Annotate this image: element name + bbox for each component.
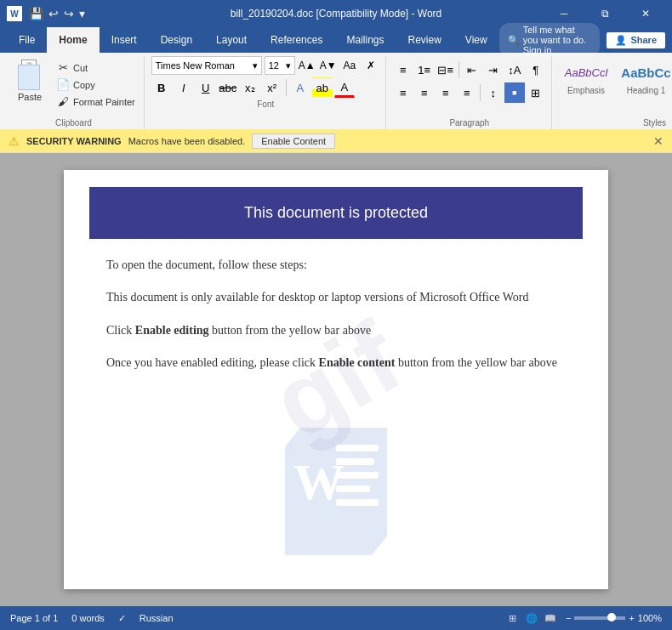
font-family-dropdown-icon: ▾: [253, 60, 258, 71]
paragraph-open-steps-text: To open the document, follow these steps…: [106, 258, 307, 271]
borders-button[interactable]: ⊞: [526, 82, 546, 103]
zoom-in-button[interactable]: +: [629, 613, 634, 623]
superscript-button[interactable]: x²: [262, 77, 282, 98]
search-icon: 🔍: [508, 35, 520, 46]
font-group-label: Font: [257, 98, 274, 111]
style-emphasis[interactable]: AaBbCcl Emphasis: [559, 57, 614, 99]
font-family-selector[interactable]: Times New Roman ▾: [151, 56, 262, 75]
align-center-button[interactable]: ≡: [414, 82, 435, 103]
proofing-icon: ✓: [118, 613, 126, 624]
tab-review[interactable]: Review: [396, 27, 453, 53]
multilevel-list-button[interactable]: ⊟≡: [436, 60, 456, 80]
styles-group-content: AaBbCcl Emphasis AaBbCc Heading 1 AaBbCc…: [559, 56, 672, 116]
numbered-list-button[interactable]: 1≡: [414, 60, 435, 80]
decrease-indent-button[interactable]: ⇤: [462, 60, 482, 80]
undo-qat-button[interactable]: ↩: [48, 7, 59, 20]
paste-label: Paste: [18, 92, 42, 102]
word-logo-line-5: [336, 499, 379, 506]
paste-icon: 📋: [16, 60, 43, 90]
clear-formatting-button[interactable]: ✗: [362, 56, 380, 75]
bold-button[interactable]: B: [151, 77, 172, 98]
decrease-font-button[interactable]: A▼: [319, 56, 338, 75]
tab-file[interactable]: File: [7, 27, 47, 53]
ribbon-right-area: 🔍 Tell me what you want to do. Sign in 👤…: [499, 23, 665, 57]
format-painter-button[interactable]: 🖌 Format Painter: [53, 94, 139, 110]
strikethrough-button[interactable]: abc: [218, 77, 238, 98]
align-left-button[interactable]: ≡: [393, 82, 413, 103]
justify-button[interactable]: ≡: [457, 82, 477, 103]
document-body: To open the document, follow these steps…: [64, 256, 608, 412]
highlight-color-button[interactable]: ab: [312, 77, 333, 98]
paste-inner-icon: [18, 65, 40, 90]
status-bar: Page 1 of 1 0 words ✓ Russian ⊞ 🌐 📖 − + …: [0, 606, 672, 630]
share-button[interactable]: 👤 Share: [607, 32, 665, 48]
paragraph-desktop-only: This document is only available for desk…: [106, 288, 566, 307]
sort-button[interactable]: ↕A: [504, 60, 525, 80]
tab-layout[interactable]: Layout: [204, 27, 259, 53]
security-bar-close-button[interactable]: ✕: [653, 134, 663, 148]
copy-label: Copy: [73, 80, 95, 90]
heading1-label: Heading 1: [627, 86, 666, 95]
font-selector-row: Times New Roman ▾ 12 ▾ A▲ A▼ Aa ✗: [151, 56, 380, 75]
document-header-text: This document is protected: [244, 204, 428, 221]
word-logo-line-3: [336, 472, 379, 479]
bullets-button[interactable]: ≡: [393, 60, 413, 80]
read-mode-button[interactable]: 📖: [542, 610, 559, 627]
tab-insert[interactable]: Insert: [100, 27, 149, 53]
cut-icon: ✂: [56, 61, 70, 74]
copy-icon: 📄: [56, 78, 70, 91]
tab-home[interactable]: Home: [47, 27, 99, 53]
clipboard-group-content: 📋 Paste ✂ Cut 📄 Copy 🖌 Format Painter: [9, 56, 139, 116]
font-color-button[interactable]: A: [334, 77, 355, 98]
paragraph-group-label: Paragraph: [449, 116, 489, 129]
tell-me-box[interactable]: 🔍 Tell me what you want to do. Sign in: [499, 23, 601, 57]
text-effects-button[interactable]: A: [290, 77, 310, 98]
para-divider1: [458, 61, 459, 78]
web-layout-button[interactable]: 🌐: [523, 610, 540, 627]
align-right-button[interactable]: ≡: [436, 82, 456, 103]
clipboard-group-label: Clipboard: [55, 116, 92, 129]
underline-button[interactable]: U: [196, 77, 216, 98]
paste-button[interactable]: 📋 Paste: [9, 56, 51, 105]
tab-design[interactable]: Design: [149, 27, 204, 53]
word-icon: W: [7, 6, 22, 21]
word-count: 0 words: [71, 613, 105, 623]
copy-button[interactable]: 📄 Copy: [53, 77, 139, 93]
change-case-button[interactable]: Aa: [340, 56, 359, 75]
line-spacing-button[interactable]: ↕: [483, 82, 504, 103]
style-heading1[interactable]: AaBbCc Heading 1: [615, 57, 672, 99]
tab-mailings[interactable]: Mailings: [334, 27, 396, 53]
increase-font-button[interactable]: A▲: [298, 56, 316, 75]
tab-references[interactable]: References: [259, 27, 334, 53]
styles-container: AaBbCcl Emphasis AaBbCc Heading 1 AaBbCc…: [559, 56, 672, 99]
font-size-selector[interactable]: 12 ▾: [265, 56, 295, 75]
tell-me-text: Tell me what you want to do. Sign in: [523, 25, 592, 55]
security-warning-text: Macros have been disabled.: [128, 136, 246, 146]
shading-button[interactable]: ■: [504, 82, 525, 103]
zoom-out-button[interactable]: −: [566, 613, 571, 623]
redo-qat-button[interactable]: ↪: [64, 7, 74, 20]
save-qat-button[interactable]: 💾: [29, 7, 43, 20]
show-formatting-button[interactable]: ¶: [526, 60, 546, 80]
title-bar-left: W 💾 ↩ ↪ ▾: [7, 6, 85, 21]
page-count: Page 1 of 1: [10, 613, 58, 623]
paragraph-enable-editing: Click Enable editing button from the yel…: [106, 321, 566, 340]
cut-button[interactable]: ✂ Cut: [53, 60, 139, 76]
ribbon-content: 📋 Paste ✂ Cut 📄 Copy 🖌 Format Painter: [0, 53, 672, 129]
word-logo-background: W: [285, 428, 387, 555]
security-warning-label: SECURITY WARNING: [26, 136, 122, 146]
print-layout-button[interactable]: ⊞: [504, 610, 521, 627]
italic-button[interactable]: I: [174, 77, 194, 98]
clipboard-group: 📋 Paste ✂ Cut 📄 Copy 🖌 Format Painter: [3, 56, 145, 129]
status-bar-right: ⊞ 🌐 📖 − + 100%: [504, 610, 662, 627]
enable-content-button[interactable]: Enable Content: [252, 133, 335, 149]
window-title: bill_20190204.doc [Compatibility Mode] -…: [231, 8, 442, 20]
qat-dropdown-button[interactable]: ▾: [79, 7, 85, 20]
document-page[interactable]: gif W This document is protected T: [64, 170, 608, 589]
view-buttons: ⊞ 🌐 📖: [504, 610, 559, 627]
font-format-row: B I U abc x₂ x² A ab A: [151, 77, 380, 98]
tab-view[interactable]: View: [453, 27, 499, 53]
increase-indent-button[interactable]: ⇥: [483, 60, 504, 80]
zoom-slider[interactable]: [574, 616, 625, 620]
subscript-button[interactable]: x₂: [240, 77, 260, 98]
